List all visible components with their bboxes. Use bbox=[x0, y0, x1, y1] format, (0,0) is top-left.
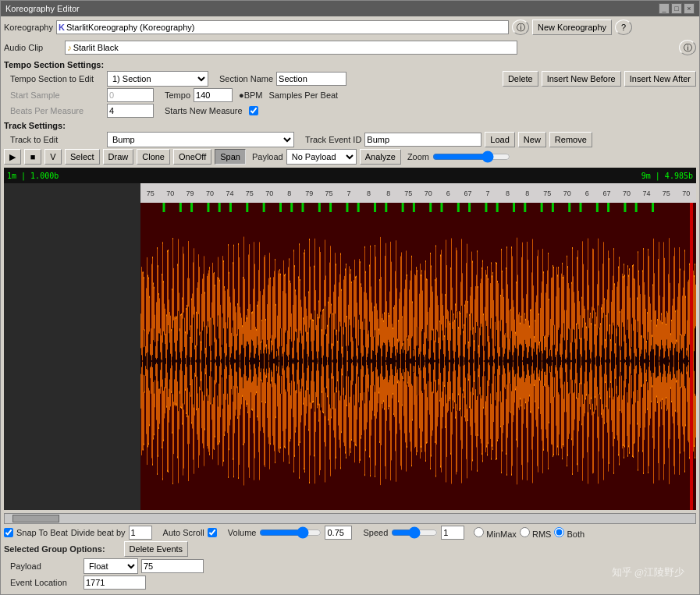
track-settings-row: Track to Edit Bump Track Event ID Load N… bbox=[4, 132, 696, 147]
waveform-canvas[interactable] bbox=[4, 168, 696, 510]
start-sample-input[interactable] bbox=[107, 88, 154, 102]
audio-clip-field: ♪ Starlit Black bbox=[65, 41, 517, 55]
maximize-button[interactable]: □ bbox=[671, 3, 682, 14]
new-track-button[interactable]: New bbox=[518, 132, 546, 147]
volume-slider[interactable] bbox=[259, 527, 322, 538]
main-window: Koreography Editor _ □ × Koreography K S… bbox=[0, 0, 700, 595]
payload-select[interactable]: No Payload bbox=[286, 149, 357, 165]
span-button[interactable]: Span bbox=[215, 149, 246, 165]
bpm-label: ●BPM bbox=[239, 90, 262, 100]
help-button[interactable]: ? bbox=[615, 19, 632, 35]
close-button[interactable]: × bbox=[684, 3, 695, 14]
track-to-edit-label: Track to Edit bbox=[10, 135, 104, 144]
event-location-label: Event Location bbox=[10, 578, 80, 587]
clone-button[interactable]: Clone bbox=[137, 149, 170, 165]
audio-info-button[interactable]: ⓘ bbox=[679, 40, 696, 55]
insert-after-button[interactable]: Insert New After bbox=[624, 71, 696, 87]
horizontal-scrollbar[interactable] bbox=[4, 513, 696, 524]
beats-per-measure-input[interactable] bbox=[107, 104, 154, 118]
starts-new-measure-label: Starts New Measure bbox=[165, 106, 243, 115]
both-radio[interactable] bbox=[554, 527, 564, 537]
snap-row: Snap To Beat Divide beat by Auto Scroll … bbox=[4, 526, 696, 540]
oneoff-button[interactable]: OneOff bbox=[173, 149, 211, 165]
minmax-radio[interactable] bbox=[474, 527, 484, 537]
audio-icon: ♪ bbox=[67, 43, 72, 52]
tempo-label: Tempo bbox=[165, 90, 190, 100]
title-bar: Koreography Editor _ □ × bbox=[1, 1, 699, 16]
scrollbar-thumb[interactable] bbox=[12, 515, 59, 522]
beats-per-measure-label: Beats Per Measure bbox=[10, 106, 104, 115]
tempo-section-label: Tempo Section to Edit bbox=[10, 74, 104, 83]
selected-group-header: Selected Group Options: bbox=[4, 544, 105, 554]
volume-label: Volume bbox=[228, 528, 257, 537]
koreography-label: Koreography bbox=[4, 23, 53, 32]
delete-events-button[interactable]: Delete Events bbox=[124, 541, 188, 557]
tempo-section-row2: Start Sample Tempo ●BPM Samples Per Beat bbox=[4, 88, 696, 102]
speed-label: Speed bbox=[363, 528, 388, 537]
auto-scroll-label: Auto Scroll bbox=[163, 528, 204, 537]
snap-to-beat-label: Snap To Beat bbox=[16, 528, 68, 537]
info-button[interactable]: ⓘ bbox=[512, 19, 529, 35]
waveform-header: 1m | 1.000b 9m | 4.985b bbox=[4, 168, 696, 183]
toolbar-row: ▶ ■ V Select Draw Clone OneOff Span Payl… bbox=[4, 149, 696, 165]
analyze-button[interactable]: Analyze bbox=[360, 149, 401, 165]
track-settings-header-row: Track Settings: bbox=[4, 119, 696, 130]
audio-clip-value: Starlit Black bbox=[73, 43, 119, 52]
both-label: Both bbox=[567, 529, 585, 539]
selected-group-header-row: Selected Group Options: Delete Events bbox=[4, 541, 696, 557]
payload-type-label: Payload bbox=[10, 561, 80, 571]
zoom-slider[interactable] bbox=[432, 151, 510, 162]
speed-value[interactable] bbox=[441, 526, 464, 540]
draw-button[interactable]: Draw bbox=[103, 149, 134, 165]
v-button[interactable]: V bbox=[44, 149, 62, 165]
payload-label: Payload bbox=[252, 152, 283, 161]
audio-clip-label: Audio Clip bbox=[4, 43, 43, 52]
stop-button[interactable]: ■ bbox=[24, 149, 41, 165]
koreography-field: K StarlitKoreography (Koreography) bbox=[56, 20, 509, 34]
window-title: Koreography Editor bbox=[5, 4, 80, 13]
payload-value-input[interactable] bbox=[141, 559, 204, 573]
snap-to-beat-checkbox[interactable] bbox=[4, 528, 13, 537]
audio-clip-row: Audio Clip ♪ Starlit Black ⓘ bbox=[4, 38, 696, 57]
watermark: 知乎 @江陵野少 bbox=[612, 565, 684, 579]
waveform-container[interactable]: 1m | 1.000b 9m | 4.985b bbox=[4, 168, 696, 510]
minimize-button[interactable]: _ bbox=[659, 3, 670, 14]
track-event-id-input[interactable] bbox=[364, 133, 481, 147]
content-area: Koreography K StarlitKoreography (Koreog… bbox=[1, 16, 699, 594]
tempo-section-row3: Beats Per Measure Starts New Measure bbox=[4, 104, 696, 118]
both-container: Both bbox=[554, 527, 585, 539]
samples-per-beat-label: Samples Per Beat bbox=[269, 90, 339, 100]
koreography-icon: K bbox=[59, 23, 65, 32]
remove-button[interactable]: Remove bbox=[549, 132, 592, 147]
load-button[interactable]: Load bbox=[485, 132, 514, 147]
zoom-label: Zoom bbox=[407, 152, 429, 161]
speed-slider[interactable] bbox=[391, 527, 438, 538]
delete-section-button[interactable]: Delete bbox=[503, 71, 538, 87]
event-location-row: Event Location bbox=[4, 576, 696, 590]
bottom-controls: Snap To Beat Divide beat by Auto Scroll … bbox=[4, 526, 696, 593]
rms-radio[interactable] bbox=[520, 527, 530, 537]
koreography-value: StarlitKoreography (Koreography) bbox=[66, 23, 194, 32]
waveform-time-left: 1m | 1.000b bbox=[7, 172, 59, 180]
tempo-input[interactable] bbox=[194, 88, 233, 102]
koreography-row: Koreography K StarlitKoreography (Koreog… bbox=[4, 18, 696, 37]
tempo-section-header: Tempo Section Settings: bbox=[4, 60, 104, 69]
volume-value[interactable] bbox=[325, 526, 352, 540]
minmax-container: MinMax bbox=[474, 527, 517, 539]
divide-beat-by-input[interactable] bbox=[129, 526, 152, 540]
new-koreography-button[interactable]: New Koreography bbox=[532, 19, 612, 35]
insert-before-button[interactable]: Insert New Before bbox=[542, 71, 621, 87]
tempo-section-select[interactable]: 1) Section bbox=[107, 71, 208, 87]
auto-scroll-checkbox[interactable] bbox=[208, 528, 217, 537]
starts-new-measure-checkbox[interactable] bbox=[249, 106, 258, 115]
play-button[interactable]: ▶ bbox=[4, 149, 21, 165]
tempo-section-header-row: Tempo Section Settings: bbox=[4, 58, 696, 69]
section-name-input[interactable] bbox=[276, 72, 346, 86]
track-to-edit-select[interactable]: Bump bbox=[107, 132, 294, 147]
track-event-id-label: Track Event ID bbox=[305, 135, 361, 144]
event-location-input[interactable] bbox=[84, 576, 146, 590]
select-button[interactable]: Select bbox=[65, 149, 100, 165]
rms-container: RMS bbox=[520, 527, 552, 539]
minmax-label: MinMax bbox=[486, 529, 517, 539]
payload-type-select[interactable]: Float bbox=[84, 558, 138, 574]
